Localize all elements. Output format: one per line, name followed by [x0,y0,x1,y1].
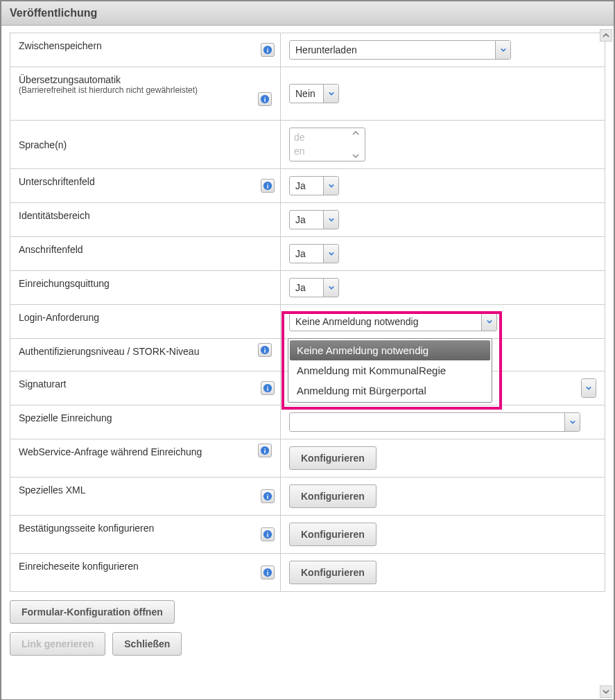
row-unterschriftenfeld: Unterschriftenfeld i Ja [10,169,605,203]
label-anschriftenfeld: Anschriftenfeld [19,244,83,255]
footer-row-1: Formular-Konfiguration öffnen [10,600,605,624]
label-uebersetzung: Übersetzungsautomatik [19,74,121,85]
row-xml: Spezielles XML i Konfigurieren [10,478,605,516]
chevron-down-icon[interactable] [323,279,338,297]
select-unterschriftenfeld[interactable]: Ja [289,176,339,195]
select-zwischenspeichern[interactable]: Herunterladen [289,40,511,60]
info-icon[interactable]: i [261,381,275,395]
configure-xml-button[interactable]: Konfigurieren [289,484,376,508]
label-webservice: WebService-Anfrage während Einreichung [19,446,202,457]
row-spezielle-einreichung: Spezielle Einreichung [10,405,605,439]
publication-dialog: Veröffentlichung Zwischenspeichern i Her… [0,0,615,700]
svg-text:i: i [267,493,269,500]
footer-row-2: Link generieren Schließen [10,632,605,656]
chevron-down-icon[interactable] [352,152,359,159]
label-spezielle-einreichung: Spezielle Einreichung [19,412,112,423]
select-anschriftenfeld[interactable]: Ja [289,244,339,263]
chevron-down-icon[interactable] [481,313,496,331]
row-einreicheseite: Einreicheseite konfigurieren i Konfiguri… [10,554,605,592]
label-sprachen: Sprache(n) [19,139,67,150]
chevron-up-icon[interactable] [352,130,359,137]
configure-bestaetigung-button[interactable]: Konfigurieren [289,523,376,546]
label-einreicheseite: Einreicheseite konfigurieren [19,561,139,572]
svg-text:i: i [264,96,266,103]
info-icon[interactable]: i [258,343,272,357]
info-icon[interactable]: i [261,527,275,541]
login-option-kommunalregie[interactable]: Anmeldung mit KommunalRegie [290,360,490,380]
info-icon[interactable]: i [258,92,272,106]
info-icon[interactable]: i [261,489,275,503]
configure-einreicheseite-button[interactable]: Konfigurieren [289,561,376,584]
chevron-down-icon[interactable] [323,245,338,263]
row-zwischenspeichern: Zwischenspeichern i Herunterladen [10,33,605,67]
chevron-down-icon[interactable] [582,379,596,397]
select-einreichungsquittung[interactable]: Ja [289,278,339,297]
label-signaturart: Signaturart [19,378,66,390]
svg-text:i: i [267,531,269,539]
row-bestaetigung: Bestätigungsseite konfigurieren i Konfig… [10,516,605,554]
svg-text:i: i [267,385,269,392]
info-icon[interactable]: i [261,179,275,193]
login-dropdown-panel[interactable]: Keine Anmeldung notwendig Anmeldung mit … [288,338,492,403]
select-spezielle-einreichung[interactable] [289,412,580,432]
svg-text:i: i [264,447,266,455]
row-einreichungsquittung: Einreichungsquittung Ja [10,271,605,305]
svg-text:i: i [267,569,269,577]
label-einreichungsquittung: Einreichungsquittung [19,278,110,289]
scroll-up-icon[interactable] [600,29,612,42]
label-identitaetsbereich: Identitätsbereich [19,210,90,221]
generate-link-button: Link generieren [10,632,105,656]
login-option-buergerportal[interactable]: Anmeldung mit Bürgerportal [290,380,490,401]
scroll-down-icon[interactable] [600,685,612,698]
chevron-down-icon[interactable] [323,177,338,195]
option-en[interactable]: en [294,145,361,159]
info-icon[interactable]: i [261,43,275,57]
row-identitaetsbereich: Identitätsbereich Ja [10,203,605,237]
label-unterschriftenfeld: Unterschriftenfeld [19,176,95,187]
row-sprachen: Sprache(n) de en [10,121,605,169]
listbox-scrollbar[interactable] [352,130,362,159]
svg-text:i: i [267,182,269,190]
info-icon[interactable]: i [258,444,272,457]
dialog-title: Veröffentlichung [1,1,614,26]
svg-text:i: i [267,46,269,54]
label-zwischenspeichern: Zwischenspeichern [19,40,102,51]
chevron-down-icon[interactable] [323,211,338,229]
select-signaturart-arrow[interactable] [581,378,596,398]
select-uebersetzung[interactable]: Nein [289,84,339,103]
chevron-down-icon[interactable] [564,413,580,431]
info-icon[interactable]: i [261,566,275,579]
dialog-content: Zwischenspeichern i Herunterladen Überse… [1,26,614,699]
configure-webservice-button[interactable]: Konfigurieren [289,446,376,470]
close-button[interactable]: Schließen [112,632,182,656]
label-xml: Spezielles XML [19,484,86,496]
listbox-sprachen[interactable]: de en [289,128,365,161]
row-anschriftenfeld: Anschriftenfeld Ja [10,237,605,271]
open-form-config-button[interactable]: Formular-Konfiguration öffnen [10,600,175,624]
label-auth: Authentifizierungsniveau / STORK-Niveau [19,346,199,357]
settings-table: Zwischenspeichern i Herunterladen Überse… [10,33,605,592]
row-uebersetzung: Übersetzungsautomatik (Barrierefreiheit … [10,67,605,121]
label-login: Login-Anforderung [19,312,99,323]
sublabel-uebersetzung: (Barrierefreiheit ist hierdurch nicht ge… [19,85,272,95]
option-de[interactable]: de [294,131,361,145]
label-bestaetigung: Bestätigungsseite konfigurieren [19,523,154,534]
svg-text:i: i [264,347,266,354]
row-login: Login-Anforderung Keine Anmeldung notwen… [10,305,605,339]
select-login[interactable]: Keine Anmeldung notwendig [289,312,497,331]
chevron-down-icon[interactable] [323,85,338,103]
select-identitaetsbereich[interactable]: Ja [289,210,339,229]
row-webservice: WebService-Anfrage während Einreichung i… [10,439,605,478]
login-option-none[interactable]: Keine Anmeldung notwendig [290,340,490,360]
chevron-down-icon[interactable] [495,41,510,59]
